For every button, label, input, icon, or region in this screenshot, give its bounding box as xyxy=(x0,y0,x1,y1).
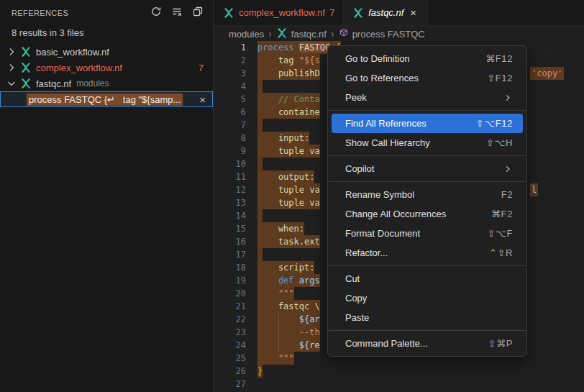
code-text[interactable]: """ xyxy=(257,287,294,300)
line-number[interactable]: 6 xyxy=(214,106,246,119)
line-number[interactable]: 19 xyxy=(214,274,246,287)
line-number[interactable]: 24 xyxy=(214,339,246,352)
code-text[interactable]: def args xyxy=(257,274,320,287)
refresh-button[interactable] xyxy=(148,5,164,21)
line-number[interactable]: 21 xyxy=(214,300,246,313)
tab-fastqc.nf[interactable]: fastqc.nf× xyxy=(344,0,428,25)
code-text[interactable]: tuple va xyxy=(257,145,320,158)
menu-item-find-all-references[interactable]: Find All References⇧⌥F12 xyxy=(332,114,523,133)
tab-complex_workflow.nf[interactable]: complex_workflow.nf7 xyxy=(214,0,344,25)
code-text[interactable]: when: xyxy=(257,222,304,235)
chevron-right-icon xyxy=(6,62,17,73)
line-number[interactable]: 27 xyxy=(214,378,246,391)
breadcrumb-label: fastqc.nf xyxy=(291,29,327,40)
breadcrumb-item-fastqc.nf[interactable]: fastqc.nf xyxy=(276,27,327,41)
line-number[interactable]: 16 xyxy=(214,235,246,248)
menu-item-go-to-references[interactable]: Go to References⇧F12 xyxy=(332,68,523,88)
line-number[interactable]: 22 xyxy=(214,313,246,326)
line-number[interactable]: 3 xyxy=(214,67,246,80)
line-number[interactable]: 14 xyxy=(214,209,246,222)
code-text[interactable]: input: xyxy=(257,132,309,145)
menu-item-show-call-hierarchy[interactable]: Show Call Hierarchy⇧⌥H xyxy=(332,133,523,152)
menu-item-cut[interactable]: Cut xyxy=(332,269,523,288)
range-highlight xyxy=(257,119,263,132)
file-row-complex_workflow.nf[interactable]: complex_workflow.nf7 xyxy=(0,60,213,76)
breadcrumb-item-process-fastqc[interactable]: process FASTQC xyxy=(339,28,425,40)
menu-item-go-to-definition[interactable]: Go to Definition⌘F12 xyxy=(332,49,523,68)
code-text[interactable]: """ xyxy=(257,352,294,365)
range-highlight: --th xyxy=(257,326,320,339)
line-number[interactable]: 1 xyxy=(214,41,246,54)
menu-item-refactor[interactable]: Refactor...⌃⇧R xyxy=(332,243,523,263)
menu-item-label: Go to References xyxy=(345,73,419,83)
line-number[interactable]: 7 xyxy=(214,119,246,132)
code-text[interactable]: tuple va xyxy=(257,196,320,209)
line-number[interactable]: 12 xyxy=(214,183,246,196)
collapse-all-button[interactable] xyxy=(190,5,206,21)
code-text[interactable]: tuple va xyxy=(257,183,320,196)
menu-item-shortcut: ⇧⌘P xyxy=(488,338,513,349)
code-fragment: l xyxy=(530,183,538,196)
line-number[interactable]: 13 xyxy=(214,196,246,209)
code-text[interactable]: script: xyxy=(257,261,314,274)
panel-actions xyxy=(148,5,206,21)
breadcrumb-separator: › xyxy=(268,28,272,40)
code-token: script: xyxy=(257,263,314,273)
line-number[interactable]: 25 xyxy=(214,352,246,365)
menu-item-copy[interactable]: Copy xyxy=(332,288,523,308)
range-highlight: """ xyxy=(257,287,294,300)
line-number[interactable]: 23 xyxy=(214,326,246,339)
line-number[interactable]: 5 xyxy=(214,93,246,106)
file-row-basic_workflow.nf[interactable]: basic_workflow.nf xyxy=(0,44,213,60)
code-text[interactable]: fastqc \ xyxy=(257,300,320,313)
reference-result-row[interactable]: process FASTQC {↵ tag "${samp... × xyxy=(0,91,213,107)
range-highlight xyxy=(257,209,263,222)
line-number[interactable]: 10 xyxy=(214,158,246,170)
range-highlight: fastqc \ xyxy=(257,300,320,313)
tab-close-icon[interactable]: × xyxy=(408,6,419,19)
code-text[interactable]: // Conta xyxy=(257,93,320,106)
range-highlight: tuple va xyxy=(257,145,320,158)
symbol-cube-icon xyxy=(339,28,349,40)
code-token: input: xyxy=(257,133,309,143)
breadcrumb-item-modules[interactable]: modules xyxy=(229,29,264,40)
menu-item-rename-symbol[interactable]: Rename SymbolF2 xyxy=(332,185,523,204)
line-number[interactable]: 4 xyxy=(214,80,246,93)
menu-item-peek[interactable]: Peek xyxy=(332,88,523,107)
chevron-down-icon xyxy=(6,78,17,89)
menu-item-copilot[interactable]: Copilot xyxy=(332,159,523,178)
line-number[interactable]: 8 xyxy=(214,132,246,145)
line-number[interactable]: 2 xyxy=(214,54,246,67)
clear-all-button[interactable] xyxy=(169,5,185,21)
line-number[interactable]: 15 xyxy=(214,222,246,235)
code-token: tag xyxy=(257,55,299,65)
code-text[interactable]: ${re xyxy=(257,339,320,352)
line-number[interactable]: 9 xyxy=(214,145,246,158)
code-token: tuple va xyxy=(257,198,320,208)
line-number[interactable]: 17 xyxy=(214,248,246,261)
menu-item-paste[interactable]: Paste xyxy=(332,308,523,327)
file-row-fastqc.nf[interactable]: fastqc.nfmodules xyxy=(0,76,213,91)
menu-item-shortcut: ⌘F2 xyxy=(491,209,513,219)
code-text[interactable]: tag "${s xyxy=(257,54,320,67)
menu-separator xyxy=(329,265,526,266)
line-number[interactable]: 11 xyxy=(214,170,246,183)
code-text[interactable]: output: xyxy=(257,170,314,183)
code-text[interactable]: publishD xyxy=(257,67,320,80)
code-token: "${s xyxy=(299,55,320,65)
code-text[interactable]: task.ext xyxy=(257,235,320,248)
code-text[interactable]: } xyxy=(257,365,263,378)
line-number[interactable]: 20 xyxy=(214,287,246,300)
line-number[interactable]: 26 xyxy=(214,365,246,378)
code-text[interactable]: ${ar xyxy=(257,313,320,326)
menu-item-shortcut: ⌃⇧R xyxy=(489,247,513,258)
code-text[interactable]: containe xyxy=(257,106,320,119)
menu-item-format-document[interactable]: Format Document⇧⌥F xyxy=(332,224,523,243)
code-token: args xyxy=(299,275,320,286)
file-name: fastqc.nf xyxy=(36,78,71,89)
code-text[interactable]: --th xyxy=(257,326,320,339)
menu-item-change-all-occurrences[interactable]: Change All Occurrences⌘F2 xyxy=(332,204,523,224)
menu-item-command-palette[interactable]: Command Palette...⇧⌘P xyxy=(332,334,523,353)
dismiss-result-icon[interactable]: × xyxy=(199,94,206,105)
line-number[interactable]: 18 xyxy=(214,261,246,274)
